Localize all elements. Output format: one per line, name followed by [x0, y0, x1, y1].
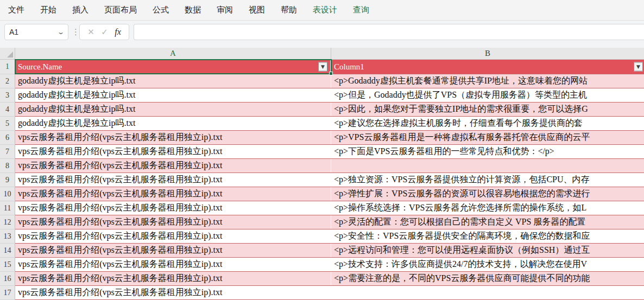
row-number[interactable]: 14 [0, 244, 15, 258]
header-label-b: Column1 [334, 62, 364, 72]
cell-b[interactable] [331, 159, 644, 173]
row-number[interactable]: 15 [0, 258, 15, 272]
row-number[interactable]: 13 [0, 229, 15, 244]
cell-a[interactable]: vps云服务器租用介绍(vps云主机服务器租用独立ip).txt [15, 187, 331, 201]
header-cell-source-name[interactable]: Source.Name ▼ [15, 60, 331, 74]
cell-a[interactable]: vps云服务器租用介绍(vps云主机服务器租用独立ip).txt [15, 258, 331, 271]
header-cell-column1[interactable]: Column1 ▼ [331, 60, 644, 74]
row-number[interactable]: 7 [0, 145, 15, 159]
menu-item-查询[interactable]: 查询 [353, 5, 369, 15]
menu-item-开始[interactable]: 开始 [40, 5, 56, 15]
row-number[interactable]: 9 [0, 173, 15, 187]
table-row: 3 godaddy虚拟主机是独立ip吗.txt <p>但是，Godaddy也提供… [0, 88, 644, 103]
sheet-rows: 2 godaddy虚拟主机是独立ip吗.txt <p>Godaddy虚拟主机套餐… [0, 74, 644, 300]
menu-item-公式[interactable]: 公式 [153, 5, 169, 15]
row-number[interactable]: 5 [0, 117, 15, 131]
row-number[interactable]: 17 [0, 286, 15, 300]
cell-b[interactable]: <p>远程访问和管理：您可以使用远程桌面协议（例如SSH）通过互 [331, 244, 644, 257]
row-number[interactable]: 16 [0, 272, 15, 286]
column-header-strip: A B [0, 48, 644, 60]
fx-icon[interactable]: fx [115, 27, 121, 37]
cell-b[interactable]: <p>建议您在选择虚拟主机服务时，仔细查看每个服务提供商的套 [331, 117, 644, 130]
filter-button-a[interactable]: ▼ [318, 62, 327, 72]
cell-a[interactable]: godaddy虚拟主机是独立ip吗.txt [15, 74, 331, 88]
row-number[interactable]: 1 [0, 60, 15, 74]
cell-b[interactable]: <p>需要注意的是，不同的VPS云服务器供应商可能提供不同的功能 [331, 272, 644, 285]
table-row: 12 vps云服务器租用介绍(vps云主机服务器租用独立ip).txt <p>灵… [0, 215, 644, 229]
row-number[interactable]: 12 [0, 215, 15, 229]
cell-b[interactable]: <p>但是，Godaddy也提供了VPS（虚拟专用服务器）等类型的主机 [331, 88, 644, 102]
chevron-down-icon[interactable]: ⌄ [57, 28, 65, 36]
select-all-corner[interactable] [0, 48, 15, 60]
sheet: A B 1 Source.Name ▼ Column1 ▼ [0, 48, 644, 300]
table-row: 16 vps云服务器租用介绍(vps云主机服务器租用独立ip).txt <p>需… [0, 272, 644, 286]
row-number[interactable]: 10 [0, 187, 15, 201]
select-all-triangle-icon [7, 52, 13, 58]
menu-item-页面布局[interactable]: 页面布局 [104, 5, 137, 15]
table-row: 17 vps云服务器租用介绍(vps云主机服务器租用独立ip).txt [0, 286, 644, 300]
cell-a[interactable]: godaddy虚拟主机是独立ip吗.txt [15, 103, 331, 116]
fill-handle[interactable] [329, 72, 333, 75]
cell-b[interactable]: <p>操作系统选择：VPS云服务器允许您选择所需的操作系统，如L [331, 201, 644, 215]
menu-item-审阅[interactable]: 审阅 [217, 5, 233, 15]
cell-a[interactable]: vps云服务器租用介绍(vps云主机服务器租用独立ip).txt [15, 215, 331, 229]
cancel-icon[interactable]: ✕ [87, 27, 94, 37]
table-row: 7 vps云服务器租用介绍(vps云主机服务器租用独立ip).txt <p>下面… [0, 145, 644, 159]
cell-a[interactable]: vps云服务器租用介绍(vps云主机服务器租用独立ip).txt [15, 201, 331, 215]
cell-a[interactable]: vps云服务器租用介绍(vps云主机服务器租用独立ip).txt [15, 244, 331, 257]
table-row: 9 vps云服务器租用介绍(vps云主机服务器租用独立ip).txt <p>独立… [0, 173, 644, 187]
filter-button-b[interactable]: ▼ [634, 62, 643, 72]
column-header-b[interactable]: B [331, 48, 644, 60]
cell-a[interactable]: vps云服务器租用介绍(vps云主机服务器租用独立ip).txt [15, 229, 331, 243]
cell-b[interactable]: <p>弹性扩展：VPS云服务器的资源可以很容易地根据您的需求进行 [331, 187, 644, 201]
formula-bar-area: A1 ⌄ ⋮ ✕ ✓ fx [0, 21, 644, 48]
cell-a[interactable]: godaddy虚拟主机是独立ip吗.txt [15, 117, 331, 130]
filter-arrow-icon: ▼ [636, 65, 640, 69]
table-header-row: 1 Source.Name ▼ Column1 ▼ [0, 60, 644, 74]
cell-b[interactable]: <p>安全性：VPS云服务器提供安全的隔离环境，确保您的数据和应 [331, 229, 644, 243]
cell-b[interactable]: <p>VPS云服务器租用是一种将虚拟私有服务器托管在供应商的云平 [331, 131, 644, 144]
cell-b[interactable]: <p>独立资源：VPS云服务器提供独立的计算资源，包括CPU、内存 [331, 173, 644, 187]
menu-item-表设计[interactable]: 表设计 [313, 5, 337, 15]
table-row: 14 vps云服务器租用介绍(vps云主机服务器租用独立ip).txt <p>远… [0, 244, 644, 258]
cell-a[interactable]: vps云服务器租用介绍(vps云主机服务器租用独立ip).txt [15, 272, 331, 285]
cell-a[interactable]: vps云服务器租用介绍(vps云主机服务器租用独立ip).txt [15, 131, 331, 144]
cell-b[interactable] [331, 286, 644, 299]
cell-b[interactable]: <p>技术支持：许多供应商提供24/7的技术支持，以解决您在使用V [331, 258, 644, 271]
cell-b[interactable]: <p>Godaddy虚拟主机套餐通常提供共享IP地址，这意味着您的网站 [331, 74, 644, 88]
row-number[interactable]: 8 [0, 159, 15, 173]
column-header-a[interactable]: A [15, 48, 331, 60]
table-row: 4 godaddy虚拟主机是独立ip吗.txt <p>因此，如果您对于需要独立I… [0, 103, 644, 117]
menu-item-插入[interactable]: 插入 [72, 5, 89, 15]
cell-a[interactable]: godaddy虚拟主机是独立ip吗.txt [15, 88, 331, 102]
table-row: 10 vps云服务器租用介绍(vps云主机服务器租用独立ip).txt <p>弹… [0, 187, 644, 201]
formula-input[interactable] [134, 24, 644, 40]
table-row: 11 vps云服务器租用介绍(vps云主机服务器租用独立ip).txt <p>操… [0, 201, 644, 215]
row-number[interactable]: 11 [0, 201, 15, 215]
menu-item-视图[interactable]: 视图 [249, 5, 265, 15]
row-number[interactable]: 4 [0, 103, 15, 117]
table-row: 5 godaddy虚拟主机是独立ip吗.txt <p>建议您在选择虚拟主机服务时… [0, 117, 644, 131]
name-box-value: A1 [9, 28, 58, 36]
row-number[interactable]: 6 [0, 131, 15, 145]
cell-b[interactable]: <p>下面是VPS云服务器租用的一些常见特点和优势：</p> [331, 145, 644, 158]
menu-item-数据[interactable]: 数据 [185, 5, 201, 15]
table-row: 2 godaddy虚拟主机是独立ip吗.txt <p>Godaddy虚拟主机套餐… [0, 74, 644, 88]
row-number[interactable]: 3 [0, 88, 15, 103]
row-number[interactable]: 2 [0, 74, 15, 88]
cell-a[interactable]: vps云服务器租用介绍(vps云主机服务器租用独立ip).txt [15, 173, 331, 187]
spreadsheet-app: 文件开始插入页面布局公式数据审阅视图帮助表设计查询 A1 ⌄ ⋮ ✕ ✓ fx … [0, 0, 644, 300]
cell-b[interactable]: <p>灵活的配置：您可以根据自己的需求自定义 VPS 服务器的配置 [331, 215, 644, 229]
menu-item-文件[interactable]: 文件 [8, 5, 24, 15]
separator-dots-icon: ⋮ [72, 25, 80, 39]
cell-b[interactable]: <p>因此，如果您对于需要独立IP地址的需求很重要，您可以选择G [331, 103, 644, 116]
confirm-icon[interactable]: ✓ [101, 27, 108, 37]
menu-item-帮助[interactable]: 帮助 [281, 5, 297, 15]
cell-a[interactable]: vps云服务器租用介绍(vps云主机服务器租用独立ip).txt [15, 159, 331, 173]
cell-a[interactable]: vps云服务器租用介绍(vps云主机服务器租用独立ip).txt [15, 286, 331, 299]
cell-a[interactable]: vps云服务器租用介绍(vps云主机服务器租用独立ip).txt [15, 145, 331, 158]
table-row: 15 vps云服务器租用介绍(vps云主机服务器租用独立ip).txt <p>技… [0, 258, 644, 272]
name-box[interactable]: A1 ⌄ [4, 24, 68, 40]
filter-arrow-icon: ▼ [321, 65, 325, 69]
formula-buttons: ✕ ✓ fx [79, 24, 129, 40]
